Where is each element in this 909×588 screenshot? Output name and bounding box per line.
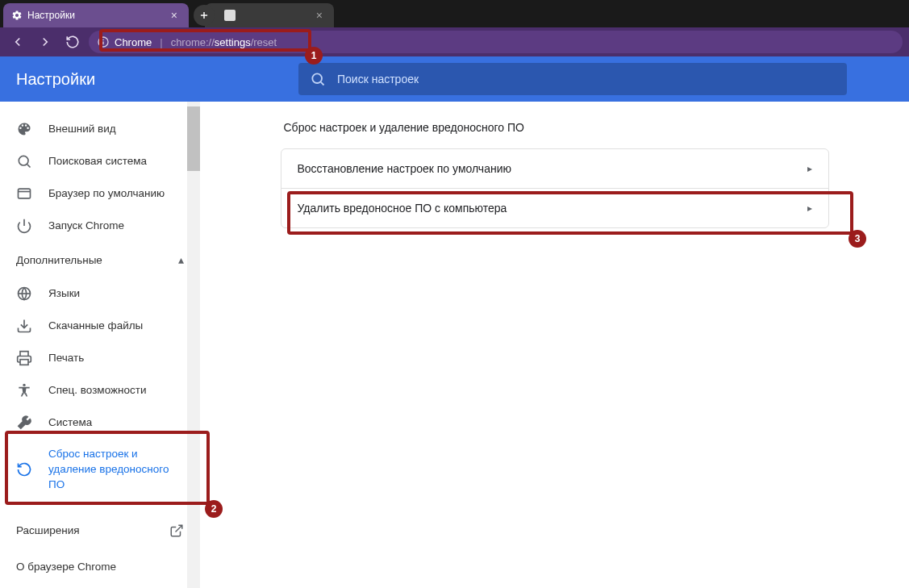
browser-tab-inactive[interactable]: × — [205, 3, 334, 27]
settings-content: Сброс настроек и удаление вредоносного П… — [200, 102, 909, 588]
sidebar-item-system[interactable]: Система — [0, 407, 200, 439]
download-icon — [16, 318, 32, 334]
svg-line-8 — [27, 165, 31, 168]
svg-point-16 — [23, 384, 25, 386]
sidebar-item-extensions[interactable]: Расширения — [0, 512, 200, 549]
svg-point-7 — [19, 156, 28, 165]
annotation-badge-3: 3 — [849, 230, 866, 248]
search-icon — [16, 153, 32, 169]
scrollbar-thumb[interactable] — [187, 106, 200, 171]
page-title: Настройки — [16, 70, 282, 89]
printer-icon — [16, 350, 32, 366]
svg-line-6 — [321, 82, 324, 85]
annotation-badge-1: 1 — [305, 47, 323, 65]
svg-rect-4 — [102, 41, 103, 44]
chevron-right-icon: ▸ — [807, 163, 812, 174]
reload-button[interactable] — [61, 31, 84, 53]
palette-icon — [16, 121, 32, 137]
scrollbar[interactable] — [187, 102, 200, 588]
sidebar-item-default-browser[interactable]: Браузер по умолчанию — [0, 177, 200, 210]
url-origin: Chrome — [115, 36, 152, 48]
gear-icon — [11, 10, 23, 21]
row-cleanup-computer[interactable]: Удалить вредоносное ПО с компьютера ▸ — [281, 188, 828, 227]
search-icon — [310, 71, 326, 87]
browser-icon — [16, 186, 32, 202]
svg-line-17 — [176, 525, 182, 532]
sidebar-item-reset[interactable]: Сброс настроек и удаление вредоносного П… — [0, 439, 200, 501]
row-restore-defaults[interactable]: Восстановление настроек по умолчанию ▸ — [281, 149, 828, 188]
tab-title: Настройки — [27, 10, 163, 21]
forward-button[interactable] — [34, 31, 56, 53]
sidebar-item-search-engine[interactable]: Поисковая система — [0, 145, 200, 177]
accessibility-icon — [16, 382, 32, 398]
back-button[interactable] — [6, 31, 29, 53]
external-link-icon — [169, 523, 184, 538]
browser-tab-active[interactable]: Настройки × — [3, 3, 189, 27]
sidebar-item-printing[interactable]: Печать — [0, 342, 200, 374]
svg-point-3 — [102, 40, 104, 41]
sidebar-item-on-startup[interactable]: Запуск Chrome — [0, 210, 200, 242]
chevron-right-icon: ▸ — [807, 202, 812, 214]
favicon-icon — [224, 10, 236, 21]
close-tab-icon[interactable]: × — [168, 9, 181, 22]
settings-header: Настройки — [0, 56, 909, 102]
annotation-badge-2: 2 — [205, 500, 223, 518]
svg-point-5 — [312, 73, 322, 83]
chevron-up-icon: ▴ — [178, 253, 184, 266]
svg-rect-9 — [19, 189, 31, 198]
settings-search[interactable] — [298, 63, 847, 95]
power-icon — [16, 218, 32, 234]
browser-tab-bar: Настройки × × — [0, 0, 909, 27]
site-info-icon[interactable] — [97, 35, 110, 48]
svg-rect-15 — [20, 360, 28, 365]
sidebar-item-about[interactable]: О браузере Chrome — [0, 549, 200, 584]
reset-card: Восстановление настроек по умолчанию ▸ У… — [281, 148, 829, 228]
sidebar-item-downloads[interactable]: Скачанные файлы — [0, 310, 200, 342]
address-bar[interactable]: Chrome | chrome://settings/reset — [89, 31, 903, 53]
sidebar-item-appearance[interactable]: Внешний вид — [0, 113, 200, 145]
sidebar-item-languages[interactable]: Языки — [0, 277, 200, 310]
close-tab-icon[interactable]: × — [313, 9, 326, 22]
url-text: chrome://settings/reset — [171, 36, 277, 48]
sidebar-advanced-toggle[interactable]: Дополнительные ▴ — [0, 242, 200, 277]
section-title: Сброс настроек и удаление вредоносного П… — [281, 121, 829, 134]
wrench-icon — [16, 415, 32, 431]
restore-icon — [16, 461, 32, 477]
search-input[interactable] — [337, 73, 836, 85]
globe-icon — [16, 286, 32, 302]
sidebar-item-accessibility[interactable]: Спец. возможности — [0, 374, 200, 407]
new-tab-button[interactable] — [194, 5, 215, 26]
settings-sidebar: Внешний вид Поисковая система Браузер по… — [0, 102, 200, 588]
browser-toolbar: Chrome | chrome://settings/reset — [0, 27, 909, 56]
